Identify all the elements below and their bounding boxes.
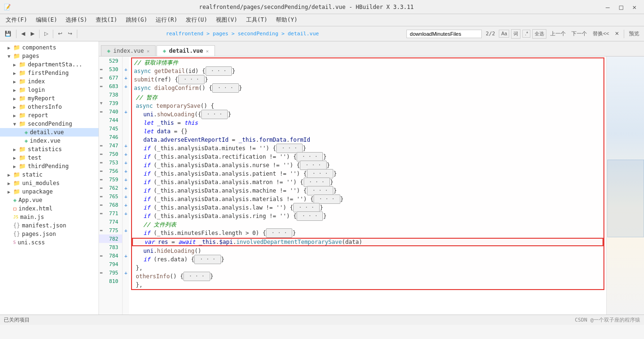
menu-edit[interactable]: 编辑(E) xyxy=(32,15,61,25)
sidebar-item-uni-scss[interactable]: ▶ S uni.scss xyxy=(0,238,99,247)
search-replace[interactable]: 替换<< xyxy=(591,29,611,38)
gutter-530[interactable]: + xyxy=(123,65,129,73)
sidebar-item-components[interactable]: ▶ 📁 components xyxy=(0,43,99,52)
gutter-753[interactable]: + xyxy=(123,158,129,167)
collapsed-753[interactable]: · · · xyxy=(300,161,326,170)
gutter-768[interactable]: + xyxy=(123,201,129,209)
gutter-747[interactable]: + xyxy=(123,141,129,150)
js-icon: JS xyxy=(13,215,18,219)
sidebar-item-index-vue[interactable]: ▶ ◈ index.vue xyxy=(0,137,99,145)
menu-file[interactable]: 文件(F) xyxy=(2,15,31,25)
tab-index-vue[interactable]: ◈ index.vue ✕ xyxy=(101,45,156,56)
gutter-765[interactable]: + xyxy=(123,192,129,201)
menu-tools[interactable]: 工具(T) xyxy=(242,15,272,25)
tab-detail-vue[interactable]: ◈ detail.vue ✕ xyxy=(157,45,215,56)
sidebar-item-report[interactable]: ▶ 📁 report xyxy=(0,111,99,120)
preview-btn[interactable]: 预览 xyxy=(627,29,641,38)
collapsed-740[interactable]: · · · xyxy=(201,110,228,119)
line-740: ▬740 xyxy=(99,107,122,116)
sidebar-item-firstpending[interactable]: ▶ 📁 firstPending xyxy=(0,69,99,77)
window-controls[interactable]: — □ ✕ xyxy=(602,2,640,12)
sidebar-item-myreport[interactable]: ▶ 📁 myReport xyxy=(0,94,99,103)
collapsed-756[interactable]: · · · xyxy=(307,169,333,178)
search-next[interactable]: 下一个 xyxy=(570,29,589,38)
sidebar-item-pages-json[interactable]: ▶ {} pages.json xyxy=(0,230,99,238)
gutter-775[interactable]: + xyxy=(123,226,129,234)
sidebar-item-index[interactable]: ▶ 📁 index xyxy=(0,77,99,86)
minimize-btn[interactable]: — xyxy=(602,2,613,12)
menu-jump[interactable]: 跳转(G) xyxy=(122,15,151,25)
sidebar-item-manifest-json[interactable]: ▶ {} manifest.json xyxy=(0,221,99,230)
menu-select[interactable]: 选择(S) xyxy=(62,15,91,25)
code-content[interactable]: // 获取详情事件 async getDetail(id) { · · · } … xyxy=(129,56,606,315)
collapsed-768[interactable]: · · · xyxy=(293,203,320,212)
toolbar-forward[interactable]: ▶ xyxy=(29,30,36,38)
collapsed-750[interactable]: · · · xyxy=(297,152,323,161)
toolbar-path[interactable]: realfrontend > pages > secondPending > d… xyxy=(166,31,319,37)
menu-publish[interactable]: 发行(U) xyxy=(182,15,211,25)
sidebar-item-static[interactable]: ▶ 📁 static xyxy=(0,170,99,179)
sidebar-item-thirdpending[interactable]: ▶ 📁 thirdPending xyxy=(0,162,99,170)
gutter-740[interactable]: + xyxy=(123,107,129,116)
gutter-784[interactable]: + xyxy=(123,251,129,260)
sidebar-item-departmentsta[interactable]: ▶ 📁 departmentSta... xyxy=(0,60,99,69)
menu-find[interactable]: 查找(I) xyxy=(92,15,121,25)
gutter-762[interactable]: + xyxy=(123,184,129,192)
toolbar-back[interactable]: ◀ xyxy=(19,30,27,38)
gutter-759[interactable]: + xyxy=(123,175,129,184)
sidebar-item-detail-vue[interactable]: ▶ ◈ detail.vue xyxy=(0,128,99,137)
sidebar-item-unpackage[interactable]: ▶ 📁 unpackage xyxy=(0,187,99,196)
sidebar-item-statistics[interactable]: ▶ 📁 statistics xyxy=(0,145,99,153)
collapsed-784[interactable]: · · · xyxy=(194,255,221,264)
tab-close[interactable]: ✕ xyxy=(206,48,209,54)
sidebar-label: index.html xyxy=(18,205,52,212)
sidebar-item-login[interactable]: ▶ 📁 login xyxy=(0,86,99,94)
collapsed-762[interactable]: · · · xyxy=(307,186,333,195)
collapsed-677[interactable]: · · · xyxy=(178,75,205,84)
maximize-btn[interactable]: □ xyxy=(615,2,627,12)
gutter-738 xyxy=(123,90,129,99)
search-aa[interactable]: Aa xyxy=(499,30,509,38)
sidebar-item-main-js[interactable]: ▶ JS main.js xyxy=(0,213,99,221)
menu-run[interactable]: 运行(R) xyxy=(152,15,181,25)
sidebar-item-app-vue[interactable]: ▶ ◈ App.vue xyxy=(0,196,99,204)
collapsed-775[interactable]: · · · xyxy=(266,228,292,238)
toolbar-redo[interactable]: ↪ xyxy=(66,30,74,38)
gutter-683[interactable]: + xyxy=(123,82,129,90)
sidebar-item-pages[interactable]: ▼ 📁 pages xyxy=(0,52,99,60)
tab-close[interactable]: ✕ xyxy=(147,48,149,54)
gutter-750[interactable]: + xyxy=(123,150,129,158)
code-line-794: }, xyxy=(132,264,603,272)
toolbar-save[interactable]: 💾 xyxy=(3,30,13,38)
search-word[interactable]: 词 xyxy=(511,29,520,39)
close-btn[interactable]: ✕ xyxy=(629,2,640,12)
search-all[interactable]: 全选 xyxy=(532,29,546,39)
search-input[interactable] xyxy=(406,30,482,38)
search-prev[interactable]: 上一个 xyxy=(548,29,568,38)
search-regex[interactable]: .* xyxy=(522,30,530,38)
sidebar-item-uni-modules[interactable]: ▶ 📁 uni_modules xyxy=(0,179,99,187)
menu-help[interactable]: 帮助(Y) xyxy=(272,15,301,25)
sidebar-item-test[interactable]: ▶ 📁 test xyxy=(0,153,99,162)
sidebar-item-othersinfo[interactable]: ▶ 📁 othersInfo xyxy=(0,103,99,111)
sidebar-item-index-html[interactable]: ▶ ◻ index.html xyxy=(0,204,99,213)
search-close[interactable]: ✕ xyxy=(613,30,621,38)
collapsed-759[interactable]: · · · xyxy=(304,178,330,187)
toolbar-run[interactable]: ▷ xyxy=(42,30,50,38)
line-739: ▼739 xyxy=(99,99,122,107)
collapsed-683[interactable]: · · · xyxy=(212,83,239,93)
gutter-795[interactable]: + xyxy=(123,268,129,277)
arrow-icon: ▶ xyxy=(13,62,19,67)
gutter-677[interactable]: + xyxy=(123,73,129,82)
gutter-756[interactable]: + xyxy=(123,167,129,175)
minimap[interactable] xyxy=(606,56,644,315)
menu-view[interactable]: 视图(V) xyxy=(212,15,241,25)
collapsed-747[interactable]: · · · xyxy=(276,144,303,153)
collapsed-765[interactable]: · · · xyxy=(314,194,340,204)
sidebar-item-secondpending[interactable]: ▼ 📁 secondPending xyxy=(0,120,99,128)
collapsed-771[interactable]: · · · xyxy=(297,211,323,221)
collapsed-795[interactable]: · · · xyxy=(183,272,210,281)
toolbar-undo[interactable]: ↩ xyxy=(56,30,64,38)
gutter-771[interactable]: + xyxy=(123,209,129,218)
collapsed-530[interactable]: · · · xyxy=(206,66,232,76)
